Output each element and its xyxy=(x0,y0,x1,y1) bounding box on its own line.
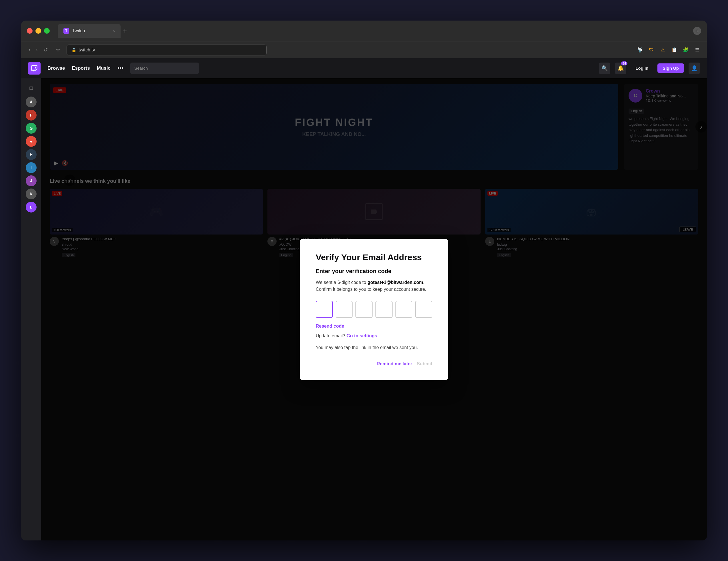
search-placeholder: Search xyxy=(134,66,148,71)
sidebar-avatar-1[interactable]: F xyxy=(26,110,37,121)
nav-links: Browse Esports Music ••• xyxy=(47,65,123,71)
code-input-0[interactable] xyxy=(316,301,333,318)
extension-puzzle-icon[interactable]: 🧩 xyxy=(682,46,690,54)
code-input-2[interactable] xyxy=(355,301,373,318)
verify-email-modal: Verify Your Email Address Enter your ver… xyxy=(300,239,448,380)
update-email-text: Update email? xyxy=(316,333,345,338)
maximize-button[interactable] xyxy=(44,28,50,34)
sidebar-avatar-6[interactable]: J xyxy=(26,175,37,186)
sidebar-toggle-icon[interactable]: □ xyxy=(25,82,37,94)
more-nav-button[interactable]: ••• xyxy=(117,65,123,71)
modal-body-text: We sent a 6-digit code to gotest+1@bitwa… xyxy=(316,279,432,293)
lock-icon: 🔒 xyxy=(71,48,76,52)
browser-content: Browse Esports Music ••• Search 🔍 🔔 54 L… xyxy=(21,58,707,540)
music-link[interactable]: Music xyxy=(97,65,111,71)
modal-subtitle: Enter your verification code xyxy=(316,268,432,275)
nav-buttons: ‹ › ↺ xyxy=(27,46,49,54)
code-input-1[interactable] xyxy=(336,301,353,318)
browser-menu-icon[interactable]: ⊕ xyxy=(693,27,701,35)
close-button[interactable] xyxy=(27,28,33,34)
login-button[interactable]: Log In xyxy=(631,63,653,73)
title-bar-right: ⊕ xyxy=(693,27,701,35)
url-text: twitch.tv xyxy=(79,47,95,53)
extension-radio-icon[interactable]: 📡 xyxy=(636,46,644,54)
content-area[interactable]: ‹ LIVE FIGHT NIGHT KEEP TALKING AND NO..… xyxy=(41,78,707,540)
main-layout: □ A F G ● H I J K L ‹ xyxy=(21,78,707,540)
sidebar-avatar-4[interactable]: H xyxy=(26,149,37,160)
verification-code-inputs xyxy=(316,301,432,318)
modal-body-text-1: We sent a 6-digit code to xyxy=(316,280,367,285)
traffic-lights xyxy=(27,28,50,34)
sidebar-avatar-7[interactable]: K xyxy=(26,189,37,199)
sidebar: □ A F G ● H I J K L xyxy=(21,78,41,540)
sidebar-avatar-8[interactable]: L xyxy=(26,202,37,213)
browser-menu-dots[interactable]: ☰ xyxy=(693,46,701,54)
search-icon-button[interactable]: 🔍 xyxy=(599,63,610,74)
code-input-4[interactable] xyxy=(395,301,413,318)
sidebar-avatar-3[interactable]: ● xyxy=(26,136,37,147)
sidebar-avatar-2[interactable]: G xyxy=(26,123,37,134)
address-bar: ‹ › ↺ ☆ 🔒 twitch.tv 📡 🛡 ⚠ 📋 🧩 ☰ xyxy=(21,41,707,58)
sidebar-avatar-0[interactable]: A xyxy=(26,97,37,107)
twitch-navbar: Browse Esports Music ••• Search 🔍 🔔 54 L… xyxy=(21,58,707,78)
go-to-settings-link[interactable]: Go to settings xyxy=(347,333,377,338)
modal-actions: Remind me later Submit xyxy=(316,361,432,366)
refresh-button[interactable]: ↺ xyxy=(42,46,49,54)
remind-me-later-button[interactable]: Remind me later xyxy=(377,361,412,366)
modal-email: gotest+1@bitwarden.com xyxy=(367,280,423,285)
new-tab-button[interactable]: + xyxy=(123,27,127,35)
browser-extensions: 📡 🛡 ⚠ 📋 🧩 ☰ xyxy=(636,46,701,54)
browse-link[interactable]: Browse xyxy=(47,65,65,71)
extension-alert-icon[interactable]: ⚠ xyxy=(659,46,667,54)
tab-title: Twitch xyxy=(72,28,85,33)
tab-favicon: T xyxy=(63,28,69,34)
back-button[interactable]: ‹ xyxy=(27,46,32,54)
tap-link-text: You may also tap the link in the email w… xyxy=(316,344,432,351)
update-email-line: Update email? Go to settings xyxy=(316,333,432,338)
modal-overlay: Verify Your Email Address Enter your ver… xyxy=(41,78,707,540)
sidebar-avatar-5[interactable]: I xyxy=(26,162,37,173)
submit-button[interactable]: Submit xyxy=(417,361,432,366)
code-input-5[interactable] xyxy=(415,301,432,318)
extension-brave-icon[interactable]: 🛡 xyxy=(647,46,655,54)
modal-title: Verify Your Email Address xyxy=(316,253,432,262)
extension-bitwarden-icon[interactable]: 📋 xyxy=(670,46,678,54)
esports-link[interactable]: Esports xyxy=(72,65,90,71)
notifications-button[interactable]: 🔔 54 xyxy=(615,63,626,74)
twitch-logo[interactable] xyxy=(28,62,41,75)
code-input-3[interactable] xyxy=(375,301,393,318)
search-box[interactable]: Search xyxy=(130,63,199,74)
notif-badge: 54 xyxy=(621,61,627,65)
signup-button[interactable]: Sign Up xyxy=(657,63,684,73)
nav-right: 🔍 🔔 54 Log In Sign Up 👤 xyxy=(599,63,700,74)
forward-button[interactable]: › xyxy=(34,46,39,54)
minimize-button[interactable] xyxy=(35,28,41,34)
resend-code-link[interactable]: Resend code xyxy=(316,324,432,329)
title-bar: T Twitch × + ⊕ xyxy=(21,21,707,41)
active-tab[interactable]: T Twitch × xyxy=(58,24,121,38)
bookmark-button[interactable]: ☆ xyxy=(54,46,62,54)
address-input[interactable]: 🔒 twitch.tv xyxy=(67,45,267,55)
user-icon-button[interactable]: 👤 xyxy=(689,63,700,74)
tab-close-icon[interactable]: × xyxy=(113,29,115,33)
tab-area: T Twitch × + xyxy=(58,24,689,38)
